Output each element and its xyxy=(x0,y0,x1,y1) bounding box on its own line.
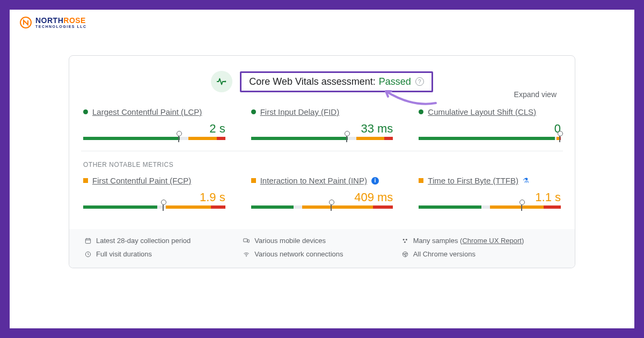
status-square-icon xyxy=(83,178,88,183)
footer-devices: Various mobile devices xyxy=(243,237,401,245)
footer-durations: Full visit durations xyxy=(84,250,243,258)
metric-lcp: Largest Contentful Paint (LCP) 2 s xyxy=(83,107,225,140)
footer-network: Various network connections xyxy=(243,250,401,258)
metric-gauge xyxy=(83,205,225,209)
gauge-marker-icon xyxy=(163,202,164,211)
status-square-icon xyxy=(251,178,256,183)
metric-cls: Cumulative Layout Shift (CLS) 0 xyxy=(419,107,561,140)
status-square-icon xyxy=(419,178,423,183)
logo-mark-icon xyxy=(19,16,32,29)
footer-versions: All Chrome versions xyxy=(401,250,560,258)
metric-gauge xyxy=(251,137,393,140)
footer-text: Various network connections xyxy=(254,250,343,258)
footer-text: Latest 28-day collection period xyxy=(96,237,191,245)
footer-period: Latest 28-day collection period xyxy=(84,237,243,245)
other-metrics-row: First Contentful Paint (FCP) 1.9 s Inter… xyxy=(83,173,561,219)
svg-point-9 xyxy=(246,256,247,256)
card-footer: Latest 28-day collection period Various … xyxy=(69,229,575,268)
metric-inp: Interaction to Next Paint (INP) i 409 ms xyxy=(251,176,393,209)
gauge-marker-icon xyxy=(521,202,522,211)
pulse-icon xyxy=(211,71,232,92)
metric-name[interactable]: Time to First Byte (TTFB) xyxy=(428,176,518,185)
calendar-icon xyxy=(84,237,92,245)
vitals-card: Core Web Vitals assessment: Passed ? Exp… xyxy=(69,55,575,268)
page-frame: NORTHROSE TECHNOLOGIES LLC Core Web Vita… xyxy=(10,10,634,328)
gauge-marker-icon xyxy=(559,134,560,142)
wifi-icon xyxy=(243,251,250,258)
svg-point-1 xyxy=(225,81,226,83)
card-header: Core Web Vitals assessment: Passed ? Exp… xyxy=(83,67,561,104)
metric-fcp: First Contentful Paint (FCP) 1.9 s xyxy=(83,176,225,209)
footer-text: Full visit durations xyxy=(96,250,152,258)
expand-view-link[interactable]: Expand view xyxy=(514,90,557,99)
footer-text: Various mobile devices xyxy=(254,237,326,245)
svg-point-10 xyxy=(402,252,407,256)
assessment-label: Core Web Vitals assessment: xyxy=(249,76,375,87)
gauge-marker-icon xyxy=(346,134,347,142)
metric-name[interactable]: Interaction to Next Paint (INP) xyxy=(260,176,367,185)
metric-fid: First Input Delay (FID) 33 ms xyxy=(251,107,393,140)
metric-gauge xyxy=(419,137,561,140)
status-dot-icon xyxy=(83,109,88,114)
status-dot-icon xyxy=(251,109,256,114)
footer-text: All Chrome versions xyxy=(413,250,475,258)
assessment-result: Passed xyxy=(379,76,411,87)
metric-name[interactable]: Cumulative Layout Shift (CLS) xyxy=(428,107,536,116)
metric-value: 0 xyxy=(419,122,561,136)
metric-value: 1.9 s xyxy=(83,190,225,204)
footer-text: Many samples (Chrome UX Report) xyxy=(413,237,524,245)
svg-rect-4 xyxy=(248,239,250,242)
gauge-marker-icon xyxy=(331,202,332,211)
brand-logo: NORTHROSE TECHNOLOGIES LLC xyxy=(19,16,87,29)
metric-value: 2 s xyxy=(83,122,225,136)
svg-point-7 xyxy=(404,241,406,243)
metric-name[interactable]: Largest Contentful Paint (LCP) xyxy=(92,107,202,116)
metric-value: 1.1 s xyxy=(419,190,561,204)
experimental-flask-icon[interactable]: ⚗ xyxy=(523,177,529,185)
logo-sub: TECHNOLOGIES LLC xyxy=(35,25,87,28)
samples-icon xyxy=(401,237,409,245)
clock-icon xyxy=(84,251,92,258)
devices-icon xyxy=(243,237,250,245)
chrome-icon xyxy=(401,251,409,258)
svg-point-6 xyxy=(406,239,407,240)
crux-link[interactable]: Chrome UX Report xyxy=(462,237,522,245)
metric-gauge xyxy=(419,205,561,209)
svg-rect-2 xyxy=(85,238,90,243)
metric-gauge xyxy=(251,205,393,209)
gauge-marker-icon xyxy=(178,134,179,142)
section-other-heading: OTHER NOTABLE METRICS xyxy=(83,151,561,173)
status-dot-icon xyxy=(419,109,423,114)
logo-rose: ROSE xyxy=(63,16,86,25)
metric-value: 33 ms xyxy=(251,122,393,136)
annotation-arrow-icon xyxy=(379,87,438,108)
logo-north: NORTH xyxy=(35,16,63,25)
metric-name[interactable]: First Contentful Paint (FCP) xyxy=(92,176,191,185)
metric-value: 409 ms xyxy=(251,190,393,204)
metric-ttfb: Time to First Byte (TTFB) ⚗ 1.1 s xyxy=(419,176,561,209)
footer-samples: Many samples (Chrome UX Report) xyxy=(401,237,560,245)
svg-point-5 xyxy=(402,239,404,240)
info-icon[interactable]: i xyxy=(371,177,379,185)
help-icon[interactable]: ? xyxy=(415,77,424,86)
svg-rect-3 xyxy=(244,238,247,241)
primary-metrics-row: Largest Contentful Paint (LCP) 2 s First… xyxy=(83,104,561,151)
metric-name[interactable]: First Input Delay (FID) xyxy=(260,107,340,116)
metric-gauge xyxy=(83,137,225,140)
